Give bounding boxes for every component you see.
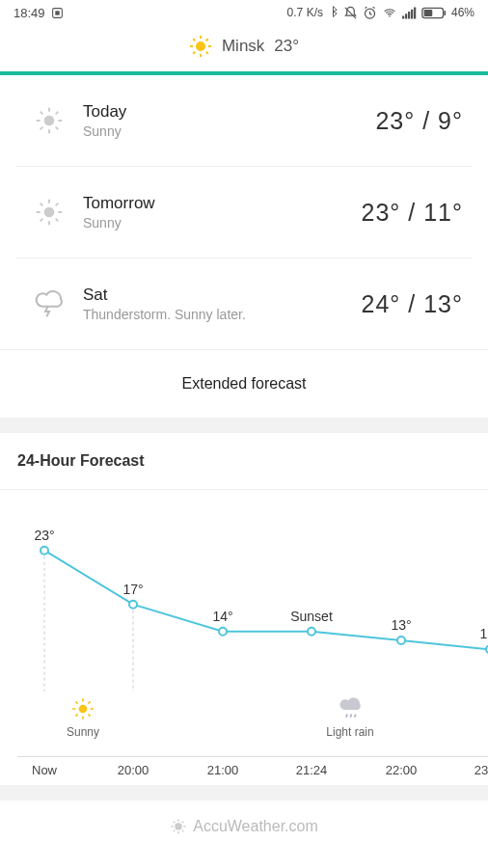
header-city: Minsk bbox=[222, 37, 264, 56]
chart-time-label: 23:00 bbox=[474, 763, 488, 777]
svg-line-37 bbox=[56, 219, 59, 222]
svg-line-59 bbox=[354, 714, 355, 717]
svg-point-60 bbox=[175, 823, 182, 830]
svg-line-55 bbox=[75, 714, 77, 716]
svg-line-57 bbox=[346, 714, 347, 717]
svg-point-4 bbox=[389, 14, 391, 16]
forecast-condition: Sunny bbox=[83, 215, 362, 231]
svg-line-21 bbox=[206, 39, 208, 41]
svg-point-43 bbox=[129, 601, 137, 609]
header-temp: 23° bbox=[274, 37, 299, 56]
svg-point-48 bbox=[79, 705, 88, 714]
section-gap bbox=[0, 418, 488, 433]
svg-line-53 bbox=[75, 701, 77, 703]
forecast-row[interactable]: TomorrowSunny23° / 11° bbox=[15, 167, 473, 258]
svg-line-39 bbox=[56, 203, 59, 206]
chart-time-axis: Now20:0021:0021:2422:0023:00 bbox=[17, 756, 488, 779]
sunny-icon bbox=[25, 105, 73, 136]
svg-rect-9 bbox=[414, 7, 416, 18]
forecast-row[interactable]: SatThunderstorm. Sunny later.24° / 13° bbox=[15, 258, 473, 349]
svg-rect-1 bbox=[55, 11, 59, 14]
screenshot-icon bbox=[51, 7, 64, 19]
chart-point-label: 14° bbox=[212, 609, 232, 624]
status-data-rate: 0.7 K/s bbox=[287, 6, 323, 19]
forecast-day: Tomorrow bbox=[83, 194, 362, 213]
location-header[interactable]: Minsk 23° bbox=[0, 25, 488, 71]
forecast-condition: Sunny bbox=[83, 123, 375, 139]
svg-line-28 bbox=[56, 127, 59, 130]
svg-rect-7 bbox=[408, 12, 410, 19]
forecast-day: Today bbox=[83, 102, 375, 122]
status-battery-pct: 46% bbox=[451, 6, 474, 19]
daily-forecast-list: TodaySunny23° / 9°TomorrowSunny23° / 11°… bbox=[0, 75, 488, 349]
svg-point-44 bbox=[219, 628, 227, 636]
svg-point-22 bbox=[44, 116, 55, 126]
forecast-row[interactable]: TodaySunny23° / 9° bbox=[15, 75, 473, 167]
svg-line-38 bbox=[41, 219, 43, 222]
chart-point-label: 12° bbox=[479, 626, 488, 641]
svg-line-54 bbox=[88, 714, 90, 716]
sunny-icon bbox=[25, 197, 73, 228]
svg-point-45 bbox=[308, 628, 315, 636]
rain-icon: Light rain bbox=[326, 696, 373, 739]
svg-point-42 bbox=[41, 547, 48, 555]
forecast-temp: 23° / 9° bbox=[375, 107, 463, 135]
svg-line-27 bbox=[41, 112, 43, 115]
chart-point-label: Sunset bbox=[290, 609, 333, 624]
battery-icon bbox=[421, 7, 447, 19]
svg-line-56 bbox=[88, 701, 90, 703]
chart-point-label: 17° bbox=[122, 582, 143, 597]
svg-line-18 bbox=[193, 39, 195, 41]
chart-time-label: 21:00 bbox=[207, 763, 239, 777]
svg-rect-8 bbox=[411, 9, 413, 18]
chart-time-label: 22:00 bbox=[386, 763, 418, 777]
svg-line-36 bbox=[41, 203, 43, 206]
alarm-icon bbox=[363, 6, 377, 20]
svg-line-67 bbox=[174, 830, 176, 832]
wifi-icon bbox=[382, 7, 397, 19]
svg-point-13 bbox=[196, 41, 205, 51]
svg-rect-6 bbox=[405, 14, 407, 18]
svg-line-66 bbox=[182, 830, 184, 832]
dnd-icon bbox=[343, 6, 358, 20]
storm-icon bbox=[25, 288, 73, 319]
extended-forecast-button[interactable]: Extended forecast bbox=[0, 349, 488, 418]
svg-rect-12 bbox=[444, 10, 446, 14]
svg-line-58 bbox=[350, 714, 351, 717]
svg-rect-11 bbox=[424, 10, 433, 16]
sunny-icon: Sunny bbox=[67, 696, 99, 739]
bluetooth-icon bbox=[328, 6, 339, 19]
chart-condition-row: SunnyLight rain bbox=[17, 696, 488, 752]
chart-point-label: 23° bbox=[34, 528, 54, 543]
hourly-chart[interactable]: 23°17°14°Sunset13°12° SunnyLight rain No… bbox=[0, 489, 488, 785]
status-time: 18:49 bbox=[14, 6, 45, 20]
svg-line-20 bbox=[193, 52, 195, 54]
chart-svg bbox=[17, 503, 488, 696]
section-gap bbox=[0, 785, 488, 800]
svg-point-31 bbox=[44, 207, 55, 218]
chart-time-label: 20:00 bbox=[118, 763, 149, 777]
status-bar: 18:49 0.7 K/s 46% bbox=[0, 0, 488, 25]
forecast-day: Sat bbox=[83, 285, 362, 305]
svg-line-65 bbox=[174, 822, 176, 824]
svg-line-29 bbox=[41, 127, 43, 130]
svg-rect-5 bbox=[402, 15, 404, 18]
forecast-temp: 24° / 13° bbox=[362, 290, 463, 318]
chart-time-label: 21:24 bbox=[296, 763, 328, 777]
footer-text: AccuWeather.com bbox=[193, 818, 318, 835]
chart-point-label: 13° bbox=[391, 617, 411, 633]
forecast-condition: Thunderstorm. Sunny later. bbox=[83, 307, 362, 322]
chart-time-label: Now bbox=[32, 763, 57, 777]
hourly-forecast-title: 24-Hour Forecast bbox=[0, 433, 488, 489]
signal-icon bbox=[402, 7, 417, 19]
svg-line-68 bbox=[182, 822, 184, 824]
attribution-footer[interactable]: AccuWeather.com bbox=[0, 800, 488, 853]
forecast-temp: 23° / 11° bbox=[362, 199, 463, 227]
svg-line-19 bbox=[206, 52, 208, 54]
accuweather-icon bbox=[170, 818, 187, 835]
svg-line-30 bbox=[56, 112, 59, 115]
svg-point-46 bbox=[397, 637, 405, 644]
sun-icon bbox=[189, 35, 212, 58]
